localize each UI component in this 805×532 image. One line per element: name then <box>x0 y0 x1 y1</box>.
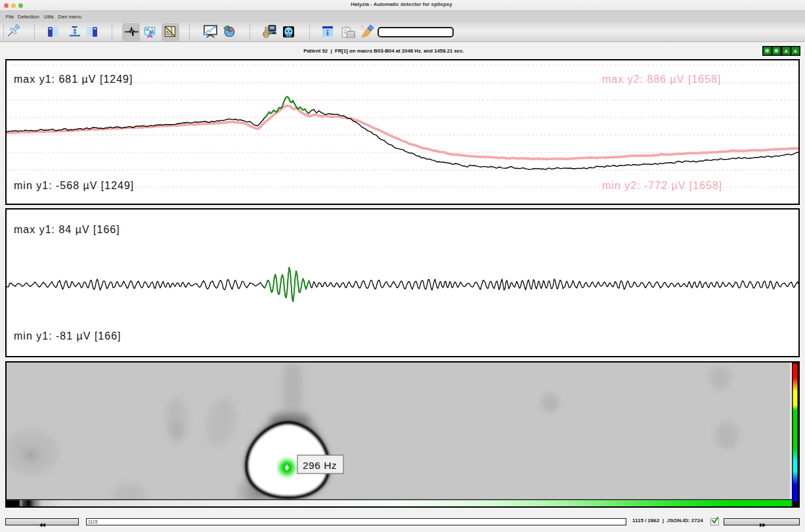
svg-text:296 Hz: 296 Hz <box>303 460 337 471</box>
